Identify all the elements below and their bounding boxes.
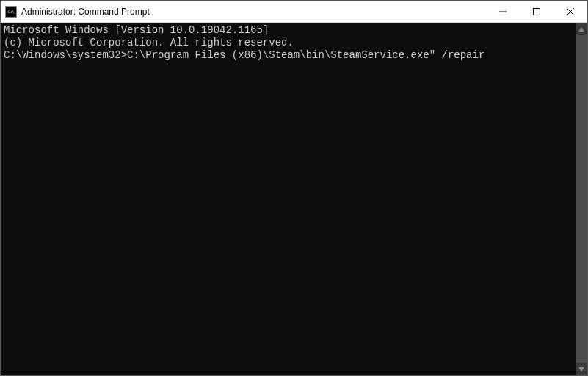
- chevron-up-icon: [578, 27, 584, 32]
- scroll-track[interactable]: [576, 35, 587, 363]
- copyright-line: (c) Microsoft Corporation. All rights re…: [4, 37, 573, 49]
- minimize-icon: [499, 8, 507, 15]
- prompt-line: C:\Windows\system32>C:\Program Files (x8…: [4, 49, 573, 62]
- window-controls: [486, 1, 587, 22]
- terminal-output[interactable]: Microsoft Windows [Version 10.0.19042.11…: [1, 23, 576, 375]
- scroll-thumb[interactable]: [576, 35, 587, 363]
- maximize-button[interactable]: [520, 1, 553, 22]
- chevron-down-icon: [578, 367, 584, 372]
- vertical-scrollbar[interactable]: [576, 23, 587, 375]
- window-title: Administrator: Command Prompt: [21, 7, 486, 17]
- scroll-up-button[interactable]: [576, 23, 587, 35]
- version-line: Microsoft Windows [Version 10.0.19042.11…: [4, 24, 573, 37]
- svg-rect-1: [534, 8, 540, 15]
- close-button[interactable]: [553, 1, 587, 22]
- titlebar[interactable]: Administrator: Command Prompt: [1, 1, 587, 23]
- scroll-down-button[interactable]: [576, 363, 587, 375]
- terminal-area: Microsoft Windows [Version 10.0.19042.11…: [1, 23, 587, 375]
- prompt-text: C:\Windows\system32>: [4, 49, 127, 61]
- app-window: Administrator: Command Prompt Microsoft: [0, 0, 588, 376]
- command-text[interactable]: C:\Program Files (x86)\Steam\bin\SteamSe…: [127, 49, 484, 61]
- minimize-button[interactable]: [486, 1, 520, 22]
- close-icon: [567, 8, 574, 15]
- cmd-icon: [5, 6, 17, 18]
- maximize-icon: [533, 8, 540, 15]
